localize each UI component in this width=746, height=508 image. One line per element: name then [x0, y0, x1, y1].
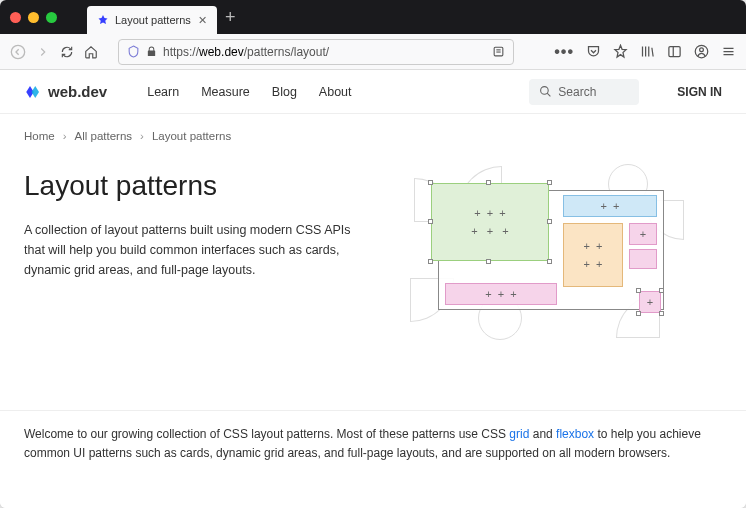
breadcrumb-all-patterns[interactable]: All patterns [75, 130, 133, 142]
nav-blog[interactable]: Blog [272, 85, 297, 99]
window-close-button[interactable] [10, 12, 21, 23]
search-icon [539, 85, 552, 98]
url-text: https://web.dev/patterns/layout/ [163, 45, 486, 59]
hero-illustration: +++ + + + ++ + ++ + [418, 170, 678, 340]
more-icon[interactable]: ••• [554, 43, 574, 61]
intro-text: Welcome to our growing collection of CSS… [24, 425, 722, 463]
window-titlebar: Layout patterns ✕ + [0, 0, 746, 34]
tab-favicon [97, 14, 109, 26]
page-description: A collection of layout patterns built us… [24, 220, 354, 280]
search-placeholder: Search [558, 85, 596, 99]
breadcrumb-current: Layout patterns [152, 130, 231, 142]
nav-about[interactable]: About [319, 85, 352, 99]
svg-point-0 [11, 45, 24, 58]
webdev-logo-icon [24, 83, 42, 101]
bookmark-star-icon[interactable] [613, 44, 628, 59]
window-maximize-button[interactable] [46, 12, 57, 23]
account-icon[interactable] [694, 44, 709, 59]
site-logo[interactable]: web.dev [24, 83, 107, 101]
browser-tab[interactable]: Layout patterns ✕ [87, 6, 217, 34]
site-header: web.dev Learn Measure Blog About Search … [0, 70, 746, 114]
reload-button[interactable] [60, 45, 74, 59]
shield-icon [127, 45, 140, 58]
pocket-icon[interactable] [586, 44, 601, 59]
reader-mode-icon[interactable] [492, 45, 505, 58]
home-button[interactable] [84, 45, 98, 59]
tab-title: Layout patterns [115, 14, 191, 26]
chevron-right-icon: › [140, 130, 144, 142]
svg-line-12 [547, 93, 550, 96]
forward-button[interactable] [36, 45, 50, 59]
svg-rect-4 [669, 47, 680, 57]
intro-section: Welcome to our growing collection of CSS… [0, 410, 746, 463]
window-minimize-button[interactable] [28, 12, 39, 23]
sidebar-icon[interactable] [667, 44, 682, 59]
nav-learn[interactable]: Learn [147, 85, 179, 99]
breadcrumb-home[interactable]: Home [24, 130, 55, 142]
chevron-right-icon: › [63, 130, 67, 142]
lock-icon [146, 46, 157, 57]
library-icon[interactable] [640, 44, 655, 59]
back-button[interactable] [10, 44, 26, 60]
link-flexbox[interactable]: flexbox [556, 427, 594, 441]
browser-toolbar: https://web.dev/patterns/layout/ ••• [0, 34, 746, 70]
logo-text: web.dev [48, 83, 107, 100]
page-title: Layout patterns [24, 170, 354, 202]
site-search[interactable]: Search [529, 79, 639, 105]
signin-button[interactable]: SIGN IN [677, 85, 722, 99]
new-tab-button[interactable]: + [225, 7, 236, 28]
tab-close-button[interactable]: ✕ [198, 14, 207, 27]
svg-point-11 [541, 87, 549, 95]
nav-measure[interactable]: Measure [201, 85, 250, 99]
breadcrumb: Home › All patterns › Layout patterns [24, 130, 722, 142]
url-bar[interactable]: https://web.dev/patterns/layout/ [118, 39, 514, 65]
link-grid[interactable]: grid [509, 427, 529, 441]
page-content: web.dev Learn Measure Blog About Search … [0, 70, 746, 508]
site-nav: Learn Measure Blog About [147, 85, 351, 99]
svg-point-7 [700, 48, 704, 52]
menu-icon[interactable] [721, 44, 736, 59]
